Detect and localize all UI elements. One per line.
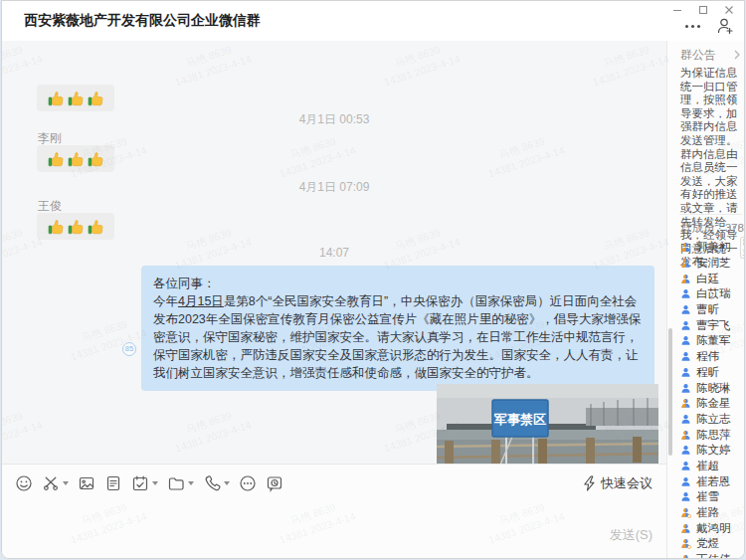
member-row[interactable]: 陈金星 xyxy=(680,396,745,412)
sticker-message-bubble[interactable] xyxy=(37,85,114,111)
chat-history-button[interactable] xyxy=(266,474,283,492)
thumbs-up-emoji xyxy=(47,218,65,236)
member-avatar-icon xyxy=(680,491,691,502)
thumbs-up-emoji xyxy=(87,90,104,107)
svg-text:军事禁区: 军事禁区 xyxy=(493,412,546,427)
member-name: 陈晓琳 xyxy=(696,381,731,396)
text-message-bubble[interactable]: 各位同事： 今年4月15日是第8个“全民国家安全教育日”，中央保密办（国家保密局… xyxy=(141,266,654,391)
divider xyxy=(679,214,742,215)
close-button[interactable] xyxy=(720,3,738,17)
minimize-button[interactable] xyxy=(668,3,686,17)
member-avatar-icon xyxy=(680,554,691,559)
more-actions-button[interactable] xyxy=(685,17,700,35)
chat-history-icon xyxy=(266,474,283,492)
member-avatar-icon xyxy=(680,304,691,315)
video-message-thumbnail[interactable]: 军事禁区 01:00 xyxy=(437,384,658,464)
file-button[interactable] xyxy=(104,474,122,492)
member-name: 崔若恩 xyxy=(696,474,731,489)
maximize-button[interactable] xyxy=(694,3,712,17)
member-name: 陈立志 xyxy=(696,412,731,427)
member-row[interactable]: 陈思萍 xyxy=(680,427,745,443)
member-row[interactable]: 白苡瑞 xyxy=(680,286,745,302)
quick-meeting-button[interactable]: 快速会议 xyxy=(582,474,653,492)
member-row[interactable]: 崔路 xyxy=(680,505,745,521)
schedule-button[interactable] xyxy=(131,474,158,492)
member-row[interactable]: 程伟 xyxy=(680,349,745,365)
member-row[interactable]: 程昕 xyxy=(680,365,745,381)
chat-message-area[interactable]: 4月1日 00:53 李刚 4月1日 07:09 王俊 14:07 85 各位同… xyxy=(2,41,666,464)
member-name: 党煜 xyxy=(696,536,719,551)
member-row[interactable]: 戴鸿明 xyxy=(680,520,745,536)
window-controls xyxy=(668,3,738,17)
minimize-icon xyxy=(672,5,682,15)
lightning-icon xyxy=(582,475,596,491)
member-name: 程昕 xyxy=(696,365,719,380)
dropdown-caret-icon xyxy=(63,481,69,485)
emoji-icon xyxy=(15,474,33,492)
sticker-message-bubble[interactable] xyxy=(37,145,114,172)
member-name: 崔超 xyxy=(696,459,719,473)
member-name: 程伟 xyxy=(696,349,719,364)
more-circle-icon xyxy=(239,474,257,492)
date-link[interactable]: 4月15日 xyxy=(178,294,224,308)
members-more-button[interactable] xyxy=(729,226,741,229)
member-name: 白廷 xyxy=(696,272,719,286)
member-name: 曹宇飞 xyxy=(696,318,731,333)
add-member-icon[interactable] xyxy=(716,17,734,35)
image-icon xyxy=(78,474,95,492)
member-name: 陈董军 xyxy=(696,333,731,348)
app-window: 西安紫薇地产开发有限公司企业微信群 4月1日 00:53 李刚 4月1日 07:… xyxy=(1,0,745,559)
member-row[interactable]: 丁佳倩 xyxy=(680,552,745,559)
emoji-button[interactable] xyxy=(15,474,33,492)
group-info-sidebar: 群公告 为保证信息统一归口管理，按照领导要求，加强群内信息发送管理。群内信息由信… xyxy=(666,41,745,559)
thumbs-up-emoji xyxy=(47,150,65,168)
message-input[interactable] xyxy=(16,498,653,538)
read-status-indicator[interactable]: 85 xyxy=(122,342,136,356)
member-name: 安润芝 xyxy=(696,256,731,271)
send-button[interactable]: 发送(S) xyxy=(610,526,653,544)
member-avatar-icon xyxy=(680,507,691,518)
member-row[interactable]: 崔超 xyxy=(680,459,745,474)
member-row[interactable]: 党煜 xyxy=(680,536,745,552)
member-row[interactable]: 曹宇飞 xyxy=(680,317,745,333)
member-row[interactable]: 陈立志 xyxy=(680,412,745,428)
more-tools-button[interactable] xyxy=(239,474,257,492)
sticker-message-bubble[interactable] xyxy=(37,213,114,240)
image-button[interactable] xyxy=(78,474,95,492)
chat-actions xyxy=(685,17,734,35)
quick-meeting-label: 快速会议 xyxy=(601,474,653,492)
member-row[interactable]: 曹昕 xyxy=(680,302,745,318)
member-row[interactable]: 陈晓琳 xyxy=(680,380,745,396)
member-avatar-icon xyxy=(680,288,691,299)
member-row[interactable]: 崔若恩 xyxy=(680,473,745,489)
title-bar: 西安紫薇地产开发有限公司企业微信群 xyxy=(2,1,744,41)
member-name: 陈金星 xyxy=(696,396,731,411)
timestamp: 14:07 xyxy=(2,246,666,260)
member-name: 丁佳倩 xyxy=(696,552,731,559)
member-row[interactable]: 郭美初 群主 xyxy=(680,240,745,256)
call-button[interactable] xyxy=(203,474,230,492)
group-announcement-title[interactable]: 群公告 xyxy=(680,47,716,64)
dropdown-caret-icon xyxy=(152,481,158,485)
member-row[interactable]: 崔雪 xyxy=(680,489,745,505)
member-row[interactable]: 陈董军 xyxy=(680,333,745,349)
dropdown-caret-icon xyxy=(188,481,194,485)
screenshot-button[interactable] xyxy=(42,474,69,492)
member-row[interactable]: 白廷 xyxy=(680,271,745,286)
scrollbar-thumb[interactable] xyxy=(668,328,672,456)
member-row[interactable]: 陈文婷 xyxy=(680,443,745,459)
folder-button[interactable] xyxy=(167,474,194,492)
close-icon xyxy=(724,5,734,15)
member-name: 陈文婷 xyxy=(696,443,731,458)
member-row[interactable]: 安润芝 xyxy=(680,256,745,272)
thumbs-up-emoji xyxy=(87,150,104,168)
message-body: 今年4月15日是第8个“全民国家安全教育日”，中央保密办（国家保密局）近日面向全… xyxy=(153,292,643,382)
chevron-right-icon[interactable] xyxy=(734,50,740,60)
message-greeting: 各位同事： xyxy=(153,275,643,292)
member-name: 戴鸿明 xyxy=(696,521,731,536)
member-avatar-icon xyxy=(680,430,691,441)
member-name: 曹昕 xyxy=(696,302,719,317)
member-name: 崔路 xyxy=(696,505,719,520)
group-owner-badge: 群主 xyxy=(740,237,746,259)
timestamp: 4月1日 00:53 xyxy=(2,111,666,128)
